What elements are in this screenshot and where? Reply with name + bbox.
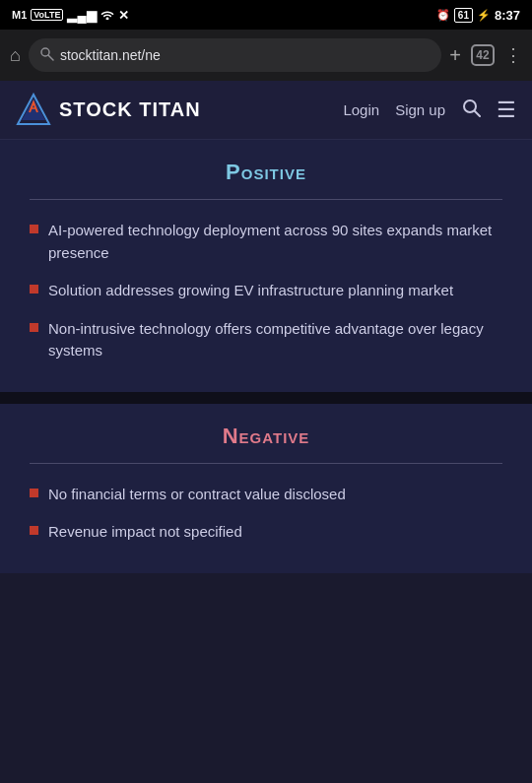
positive-divider <box>30 199 502 200</box>
site-header: STOCK TITAN Login Sign up ☰ <box>0 81 532 140</box>
negative-bullet-list: No financial terms or contract value dis… <box>30 484 502 544</box>
main-content: Positive AI-powered technology deploymen… <box>0 140 532 573</box>
negative-section: Negative No financial terms or contract … <box>0 404 532 573</box>
browser-chrome: ⌂ stocktitan.net/ne + 42 ⋮ <box>0 30 532 81</box>
login-link[interactable]: Login <box>343 101 379 118</box>
list-item: No financial terms or contract value dis… <box>30 484 502 506</box>
positive-section: Positive AI-powered technology deploymen… <box>0 140 532 392</box>
negative-bullet-1: No financial terms or contract value dis… <box>48 484 346 506</box>
list-item: Solution addresses growing EV infrastruc… <box>30 280 502 302</box>
signup-link[interactable]: Sign up <box>395 101 445 118</box>
wifi-icon <box>100 8 114 23</box>
address-bar[interactable]: stocktitan.net/ne <box>29 38 441 72</box>
more-options-button[interactable]: ⋮ <box>504 44 522 66</box>
site-nav: Login Sign up ☰ <box>343 98 516 123</box>
url-text: stocktitan.net/ne <box>60 47 430 63</box>
carrier-text: M1 <box>12 9 27 21</box>
svg-line-1 <box>48 55 53 60</box>
bullet-icon <box>30 489 38 497</box>
signal-bars: ▂▄▆ <box>67 8 96 23</box>
status-right: ⏰ 61 ⚡ 8:37 <box>436 8 520 23</box>
status-left: M1 VoLTE ▂▄▆ ✕ <box>12 8 129 23</box>
status-bar: M1 VoLTE ▂▄▆ ✕ ⏰ 61 ⚡ 8:37 <box>0 0 532 30</box>
time-display: 8:37 <box>495 8 520 23</box>
volte-badge: VoLTE <box>31 9 63 21</box>
bullet-icon <box>30 526 38 535</box>
address-bar-icon <box>40 47 54 64</box>
positive-bullet-list: AI-powered technology deployment across … <box>30 220 502 362</box>
bullet-icon <box>30 323 38 332</box>
extra-icon: ✕ <box>118 8 129 23</box>
logo-area: STOCK TITAN <box>16 93 343 128</box>
search-icon[interactable] <box>461 98 481 122</box>
logo-icon <box>16 93 51 128</box>
new-tab-button[interactable]: + <box>449 44 461 67</box>
tabs-count-button[interactable]: 42 <box>471 44 495 66</box>
site-logo-text: STOCK TITAN <box>59 98 201 121</box>
browser-actions: + 42 ⋮ <box>449 44 522 67</box>
positive-bullet-3: Non-intrusive technology offers competit… <box>48 318 502 362</box>
positive-bullet-1: AI-powered technology deployment across … <box>48 220 502 264</box>
positive-title: Positive <box>30 160 502 185</box>
home-button[interactable]: ⌂ <box>10 45 21 66</box>
bullet-icon <box>30 225 38 233</box>
bullet-icon <box>30 285 38 294</box>
positive-bullet-2: Solution addresses growing EV infrastruc… <box>48 280 453 302</box>
svg-line-5 <box>475 111 480 116</box>
section-gap <box>0 392 532 404</box>
battery-level: 61 <box>454 8 473 23</box>
list-item: AI-powered technology deployment across … <box>30 220 502 264</box>
negative-title: Negative <box>30 424 502 449</box>
charging-icon: ⚡ <box>477 9 491 22</box>
negative-bullet-2: Revenue impact not specified <box>48 521 242 544</box>
list-item: Revenue impact not specified <box>30 521 502 544</box>
list-item: Non-intrusive technology offers competit… <box>30 318 502 362</box>
svg-point-4 <box>464 100 476 112</box>
menu-icon[interactable]: ☰ <box>497 98 516 123</box>
alarm-icon: ⏰ <box>436 9 450 22</box>
negative-divider <box>30 463 502 464</box>
